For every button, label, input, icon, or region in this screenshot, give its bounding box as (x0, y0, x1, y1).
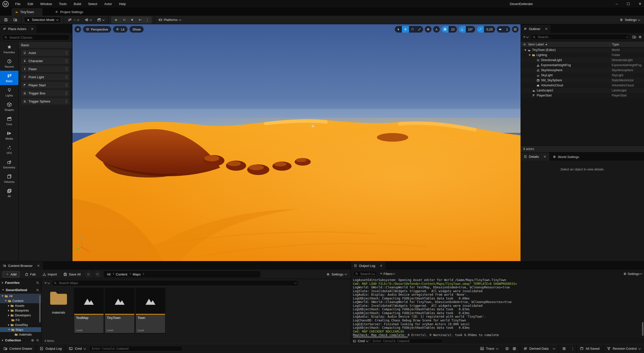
outliner-row[interactable]: PlayerStartPlayerStart (521, 93, 644, 98)
menu-item-file[interactable]: File (12, 1, 23, 7)
all-saved-button[interactable]: All Saved (576, 344, 603, 353)
place-actors-tab[interactable]: Place Actors ✕ (0, 25, 37, 33)
tree-folder-developers[interactable]: Developers (0, 313, 41, 318)
category-all[interactable]: All (0, 186, 18, 200)
placeable-actor[interactable]: Actor (21, 49, 69, 56)
expander-icon[interactable] (8, 329, 10, 330)
browse-content-button[interactable] (12, 17, 19, 23)
lit-mode-button[interactable]: Lit (113, 26, 127, 33)
placeable-point-light[interactable]: Point Light (21, 74, 69, 80)
outliner-row[interactable]: DirectionalLightDirectionalLight (521, 58, 644, 63)
maximize-viewport-button[interactable] (512, 26, 519, 33)
outliner-row[interactable]: VolumetricCloudVolumetricCloud (521, 83, 644, 88)
drag-grip-icon[interactable] (65, 67, 67, 71)
tree-folder-content[interactable]: Content (0, 298, 41, 303)
tab-level[interactable]: TinyTown (12, 8, 42, 16)
placeable-pawn[interactable]: Pawn (21, 66, 69, 72)
category-vfx[interactable]: VFX (0, 143, 18, 157)
world-local-toggle[interactable] (425, 26, 431, 33)
menu-item-help[interactable]: Help (116, 1, 129, 7)
add-collection-icon[interactable] (31, 339, 34, 342)
scale-snap-value[interactable]: 0,25 (484, 26, 495, 33)
drag-grip-icon[interactable] (65, 91, 67, 95)
show-menu-button[interactable]: Show (130, 26, 144, 33)
category-lights[interactable]: Lights (0, 85, 18, 99)
search-icon[interactable] (36, 339, 39, 342)
revision-control-button[interactable]: Revision Control (603, 344, 644, 353)
expander-icon[interactable] (8, 305, 9, 307)
expander-icon[interactable] (524, 49, 526, 51)
favorites-section[interactable]: Favorites (0, 279, 41, 286)
output-log-close-icon[interactable]: ✕ (380, 264, 382, 268)
breadcrumb[interactable]: AllContentMaps (104, 271, 260, 278)
level-viewport[interactable]: Perspective Lit Show 10 (72, 24, 521, 261)
viewport-options-menu[interactable] (74, 26, 81, 33)
fab-button[interactable]: Fab (23, 271, 37, 277)
outliner-close-icon[interactable]: ✕ (545, 27, 548, 31)
place-actors-search-input[interactable] (9, 36, 68, 39)
platforms-button[interactable]: Platforms (157, 17, 183, 23)
content-browser-close-icon[interactable]: ✕ (37, 264, 40, 268)
expander-icon[interactable] (8, 324, 9, 326)
insights-dots-button[interactable] (559, 344, 570, 353)
asset-search[interactable] (51, 280, 299, 286)
log-hscrollbar[interactable] (353, 336, 408, 338)
camera-speed-button[interactable] (497, 26, 504, 33)
frame-skip-button[interactable] (121, 17, 128, 22)
status-kebab-icon[interactable]: ⋮ (570, 347, 576, 351)
outliner-column-header[interactable]: Item Label Type (521, 41, 644, 47)
category-favorites[interactable]: Favorites (0, 42, 18, 56)
pause-insights-button[interactable] (502, 344, 512, 353)
expander-icon[interactable] (8, 314, 9, 316)
outliner-search[interactable] (530, 34, 630, 40)
forward-button[interactable] (95, 271, 100, 277)
tree-folder-fx[interactable]: FX (0, 318, 41, 322)
expander-icon[interactable] (8, 310, 9, 312)
category-shapes[interactable]: Shapes (0, 99, 18, 114)
menu-item-select[interactable]: Select (85, 1, 100, 7)
category-basic[interactable]: Basic (0, 71, 18, 85)
tab-project-settings[interactable]: Project Settings (51, 8, 92, 16)
details-close-icon[interactable]: ✕ (544, 155, 546, 159)
asset-search-input[interactable] (59, 281, 295, 285)
view-mode-perspective[interactable]: Perspective (83, 26, 111, 33)
console-command-input[interactable] (373, 339, 440, 343)
minimize-button[interactable]: – (614, 2, 619, 6)
status-console-box[interactable] (89, 346, 183, 351)
scale-snap-toggle[interactable] (477, 26, 484, 33)
outliner-row[interactable]: TinyTown (Editor)World (521, 47, 644, 53)
category-geometry[interactable]: Geometry (0, 157, 18, 171)
details-tab[interactable]: Details ✕ (521, 153, 549, 161)
save-all-button[interactable]: Save All (62, 271, 82, 277)
outliner-row[interactable]: Landscape2Landscape (521, 88, 644, 93)
drag-grip-icon[interactable] (65, 51, 67, 55)
tree-folder-blueprints[interactable]: Blueprints (0, 308, 41, 313)
placeable-character[interactable]: Character (21, 58, 69, 64)
asset-testmap[interactable]: TestMapLevel (74, 288, 104, 333)
outliner-row[interactable]: LightingFolder (521, 53, 644, 58)
derived-data-button[interactable]: Derived Data (520, 344, 558, 353)
tree-scrollbar[interactable] (39, 295, 41, 322)
tree-folder-goodsky[interactable]: GoodSky (0, 322, 41, 327)
place-actors-close-icon[interactable]: ✕ (31, 27, 34, 31)
expander-icon[interactable] (529, 55, 531, 56)
menu-item-build[interactable]: Build (71, 1, 84, 7)
category-recent[interactable]: Recent (0, 56, 18, 71)
content-drawer-button[interactable]: Content Drawer (0, 344, 36, 353)
move-tool-button[interactable] (402, 26, 409, 33)
category-media[interactable]: Media (0, 128, 18, 143)
tree-folder-all[interactable]: All (0, 294, 41, 298)
camera-speed-value[interactable]: 1 (504, 26, 510, 33)
rotate-tool-button[interactable] (409, 26, 416, 33)
drag-grip-icon[interactable] (65, 75, 67, 79)
placeable-player-start[interactable]: Player Start (21, 82, 69, 88)
maximize-button[interactable]: ☐ (626, 2, 631, 6)
log-lines[interactable]: LogAssetEditorSubsystem: Opening Asset e… (351, 278, 644, 336)
scale-tool-button[interactable] (416, 26, 423, 33)
log-search[interactable] (353, 271, 377, 276)
outliner-row[interactable]: SkyAtmosphereSkyAtmosphere (521, 68, 644, 73)
close-button[interactable]: ✕ (637, 2, 642, 6)
stop-button[interactable] (128, 17, 136, 22)
trace-button[interactable]: Trace (477, 344, 502, 353)
output-log-tab[interactable]: Output Log ✕ (351, 262, 385, 270)
